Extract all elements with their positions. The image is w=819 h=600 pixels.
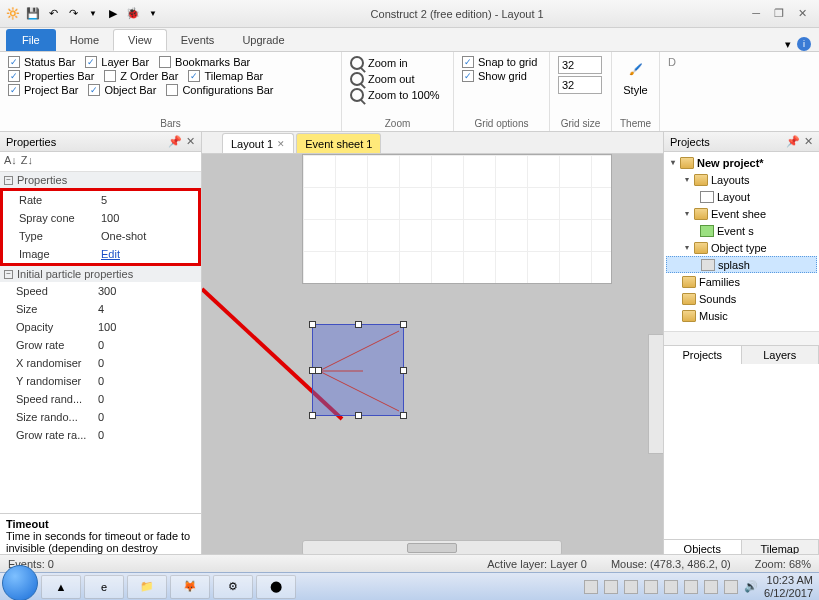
chk-object-bar[interactable]: Object Bar [88, 84, 156, 96]
tray-icon[interactable] [664, 580, 678, 594]
prop-row[interactable]: Grow rate ra...0 [0, 426, 201, 444]
zoom-in[interactable]: Zoom in [350, 56, 445, 70]
tray-icon[interactable] [684, 580, 698, 594]
tree-node[interactable]: Layout [666, 188, 817, 205]
help-icon[interactable]: i [797, 37, 811, 51]
resize-handle[interactable] [355, 321, 362, 328]
prop-row[interactable]: Opacity100 [0, 318, 201, 336]
tray-icon[interactable] [724, 580, 738, 594]
prop-row[interactable]: Y randomiser0 [0, 372, 201, 390]
tray-icon[interactable] [644, 580, 658, 594]
redo-icon[interactable]: ↷ [64, 5, 82, 23]
tree-node[interactable]: Music [666, 307, 817, 324]
tray-icon[interactable] [624, 580, 638, 594]
file-tab[interactable]: File [6, 29, 56, 51]
prop-row[interactable]: TypeOne-shot [3, 227, 198, 245]
pin-icon[interactable]: 📌 [786, 135, 800, 148]
debug-icon[interactable]: 🐞 [124, 5, 142, 23]
resize-handle[interactable] [355, 412, 362, 419]
prop-row[interactable]: Size4 [0, 300, 201, 318]
tree-node[interactable]: ▾New project* [666, 154, 817, 171]
close-panel-icon[interactable]: ✕ [804, 135, 813, 148]
origin-handle[interactable] [315, 367, 322, 374]
chk-project-bar[interactable]: Project Bar [8, 84, 78, 96]
run-icon[interactable]: ▶ [104, 5, 122, 23]
pin-icon[interactable]: 📌 [168, 135, 182, 148]
resize-handle[interactable] [309, 412, 316, 419]
taskbar-item[interactable]: e [84, 575, 124, 599]
style-icon[interactable]: 🖌️ [623, 56, 649, 82]
prop-row[interactable]: X randomiser0 [0, 354, 201, 372]
tree-node[interactable]: ▾Event shee [666, 205, 817, 222]
expand-icon[interactable]: ▾ [682, 175, 691, 184]
tab-projects[interactable]: Projects [664, 346, 742, 364]
taskbar-item[interactable]: 📁 [127, 575, 167, 599]
prop-row[interactable]: Speed rand...0 [0, 390, 201, 408]
minimize-button[interactable]: ─ [752, 7, 760, 20]
prop-row[interactable]: Grow rate0 [0, 336, 201, 354]
expand-icon[interactable]: ▾ [682, 209, 691, 218]
ribbon-expand-icon[interactable]: ▾ [785, 38, 791, 51]
start-button[interactable] [2, 565, 38, 601]
tray-icon[interactable] [704, 580, 718, 594]
chk-bookmarks-bar[interactable]: Bookmarks Bar [159, 56, 250, 68]
chk-snap-grid[interactable]: Snap to grid [462, 56, 541, 68]
chk-properties-bar[interactable]: Properties Bar [8, 70, 94, 82]
prop-row[interactable]: Rate5 [3, 191, 198, 209]
tab-view[interactable]: View [113, 29, 167, 51]
chk-layer-bar[interactable]: Layer Bar [85, 56, 149, 68]
tab-home[interactable]: Home [56, 29, 113, 51]
expand-icon[interactable]: ▾ [668, 158, 677, 167]
resize-handle[interactable] [400, 412, 407, 419]
chk-config-bar[interactable]: Configurations Bar [166, 84, 273, 96]
tab-upgrade[interactable]: Upgrade [228, 29, 298, 51]
prop-section-properties[interactable]: −Properties [0, 172, 201, 188]
close-button[interactable]: ✕ [798, 7, 807, 20]
tab-layers[interactable]: Layers [742, 346, 820, 364]
prop-row[interactable]: Speed300 [0, 282, 201, 300]
prop-section-initial[interactable]: −Initial particle properties [0, 266, 201, 282]
resize-handle[interactable] [400, 321, 407, 328]
prop-row[interactable]: ImageEdit [3, 245, 198, 263]
zoom-out[interactable]: Zoom out [350, 72, 445, 86]
tree-node-selected[interactable]: splash [666, 256, 817, 273]
close-panel-icon[interactable]: ✕ [186, 135, 195, 148]
tree-node[interactable]: Sounds [666, 290, 817, 307]
resize-handle[interactable] [309, 321, 316, 328]
layout-canvas[interactable] [202, 154, 663, 558]
taskbar-item[interactable]: ⚙ [213, 575, 253, 599]
grid-width-field[interactable]: 32 [558, 56, 602, 74]
qat-more-icon[interactable]: ▼ [144, 5, 162, 23]
qat-dropdown-icon[interactable]: ▼ [84, 5, 102, 23]
layout-page[interactable] [302, 154, 612, 284]
prop-row[interactable]: Spray cone100 [3, 209, 198, 227]
prop-row[interactable]: Size rando...0 [0, 408, 201, 426]
tree-node[interactable]: ▾Object type [666, 239, 817, 256]
doc-tab-layout[interactable]: Layout 1✕ [222, 133, 294, 153]
taskbar-item[interactable]: 🦊 [170, 575, 210, 599]
tree-node[interactable]: ▾Layouts [666, 171, 817, 188]
tray-icon[interactable] [584, 580, 598, 594]
sort-za-icon[interactable]: Z↓ [21, 154, 33, 169]
tray-icon[interactable] [604, 580, 618, 594]
sort-az-icon[interactable]: A↓ [4, 154, 17, 169]
chk-show-grid[interactable]: Show grid [462, 70, 541, 82]
resize-handle[interactable] [400, 367, 407, 374]
undo-icon[interactable]: ↶ [44, 5, 62, 23]
chk-tilemap-bar[interactable]: Tilemap Bar [188, 70, 263, 82]
selected-particle-object[interactable] [312, 324, 404, 416]
zoom-100[interactable]: Zoom to 100% [350, 88, 445, 102]
maximize-button[interactable]: ❐ [774, 7, 784, 20]
taskbar-item[interactable]: ▲ [41, 575, 81, 599]
taskbar-item[interactable]: ⬤ [256, 575, 296, 599]
doc-tab-eventsheet[interactable]: Event sheet 1 [296, 133, 381, 153]
expand-icon[interactable]: ▾ [682, 243, 691, 252]
save-icon[interactable]: 💾 [24, 5, 42, 23]
tree-node[interactable]: Families [666, 273, 817, 290]
close-tab-icon[interactable]: ✕ [277, 139, 285, 149]
tree-node[interactable]: Event s [666, 222, 817, 239]
taskbar-clock[interactable]: 10:23 AM 6/12/2017 [764, 574, 813, 598]
chk-zorder-bar[interactable]: Z Order Bar [104, 70, 178, 82]
tree-scrollbar[interactable] [664, 331, 819, 345]
chk-status-bar[interactable]: Status Bar [8, 56, 75, 68]
